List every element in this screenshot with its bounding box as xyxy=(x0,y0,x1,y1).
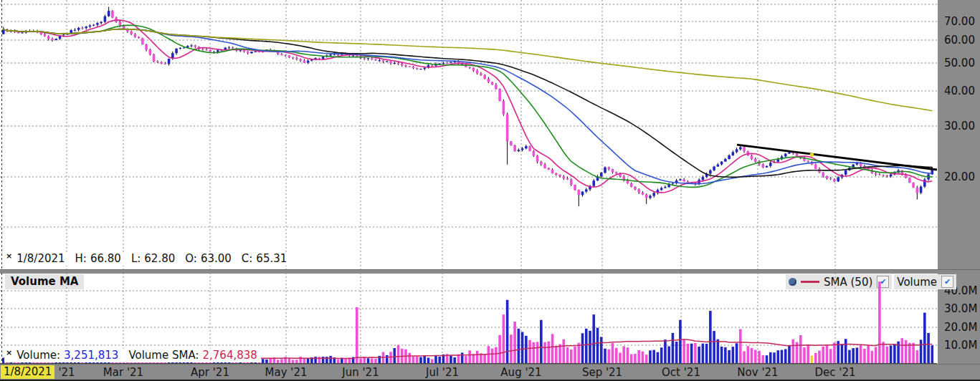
candle-body xyxy=(209,50,211,52)
volume-bar xyxy=(393,348,396,364)
candle-body xyxy=(419,69,422,69)
volume-bar xyxy=(822,347,824,364)
volume-bar xyxy=(438,357,441,364)
candle-body xyxy=(224,48,227,49)
candle-body xyxy=(179,48,182,49)
volume-bar xyxy=(408,353,411,364)
volume-bar xyxy=(829,349,832,364)
volume-bar xyxy=(769,352,772,364)
candle-body xyxy=(108,11,110,16)
candle-body xyxy=(168,59,171,64)
candle-body xyxy=(845,170,847,175)
close-value: 65.31 xyxy=(256,252,287,265)
candle-body xyxy=(886,175,889,176)
volume-bar xyxy=(875,347,877,364)
candle-body xyxy=(303,60,306,62)
volume-bar xyxy=(927,333,930,364)
close-icon[interactable]: × xyxy=(6,348,12,357)
volume-bar xyxy=(886,347,889,364)
candle-body xyxy=(548,168,551,170)
volume-bar xyxy=(622,346,625,364)
candle-body xyxy=(232,47,234,48)
candle-body xyxy=(761,164,764,167)
volume-bar xyxy=(690,344,693,364)
volume-bar xyxy=(612,343,614,364)
candle-body xyxy=(318,58,321,59)
volume-bar xyxy=(860,345,862,364)
volume-bar xyxy=(724,347,727,364)
low-label: L: xyxy=(131,252,141,265)
candle-body xyxy=(498,89,501,101)
close-icon[interactable]: × xyxy=(6,251,12,261)
volume-bar xyxy=(863,349,866,364)
candle-body xyxy=(916,188,919,193)
volume-bar xyxy=(811,356,814,364)
volume-bar xyxy=(596,328,599,364)
volume-bar xyxy=(382,352,385,364)
event-marker xyxy=(810,153,814,157)
volume-bar xyxy=(356,307,358,364)
candle-body xyxy=(487,79,490,82)
candle-body xyxy=(713,167,715,170)
candle-body xyxy=(401,64,404,65)
volume-bar xyxy=(732,347,735,364)
candle-body xyxy=(322,57,325,59)
volume-bar xyxy=(525,336,528,364)
candle-body xyxy=(389,62,392,64)
candle-body xyxy=(299,59,302,60)
volume-bar xyxy=(533,342,536,364)
volume-bar xyxy=(607,349,610,364)
candle-body xyxy=(574,185,576,190)
candle-body xyxy=(920,187,923,193)
volume-bar xyxy=(491,349,494,364)
volume-bar xyxy=(589,331,591,364)
candle-body xyxy=(566,178,569,180)
volume-bar xyxy=(642,352,644,364)
candle-body xyxy=(878,174,881,175)
candle-body xyxy=(642,193,644,195)
candle-body xyxy=(555,173,558,175)
candle-body xyxy=(660,188,663,190)
volume-bar xyxy=(472,354,475,364)
volume-bar xyxy=(329,356,332,364)
candle-body xyxy=(190,45,193,46)
open-label: O: xyxy=(185,252,197,265)
volume-bar xyxy=(574,347,576,364)
volume-bar xyxy=(498,335,501,364)
volume-bar xyxy=(461,352,464,364)
candle-body xyxy=(284,55,287,56)
volume-bar xyxy=(431,359,434,364)
candle-body xyxy=(371,58,374,59)
candle-body xyxy=(784,153,787,156)
candle-body xyxy=(739,148,742,150)
candle-body xyxy=(404,65,407,66)
volume-bar xyxy=(803,347,806,364)
volume-bar xyxy=(619,352,622,364)
candle-body xyxy=(533,151,536,156)
volume-bar xyxy=(600,337,603,364)
chart-plot-area[interactable] xyxy=(0,0,980,381)
volume-bar xyxy=(845,339,847,364)
volume-bar xyxy=(761,355,764,364)
candle-body xyxy=(615,173,618,174)
candle-body xyxy=(826,176,829,178)
volume-bar xyxy=(570,349,573,364)
candle-body xyxy=(379,60,381,61)
volume-bar xyxy=(412,357,415,364)
chart-window: 70.00 60.00 50.00 40.00 30.00 20.00 40.0… xyxy=(0,0,980,381)
candle-body xyxy=(104,16,107,22)
candle-body xyxy=(243,50,246,52)
candle-body xyxy=(356,55,358,56)
candle-body xyxy=(480,73,482,74)
volume-bar xyxy=(449,355,452,364)
candle-body xyxy=(183,47,186,48)
sma-medium-line xyxy=(4,25,933,187)
candle-body xyxy=(528,146,531,151)
volume-bar xyxy=(386,355,389,364)
volume-bar xyxy=(528,340,531,364)
candle-body xyxy=(363,58,366,59)
volume-bar xyxy=(307,359,310,364)
candle-body xyxy=(449,62,452,63)
volume-bar xyxy=(717,339,720,364)
volume-bar xyxy=(878,281,881,364)
